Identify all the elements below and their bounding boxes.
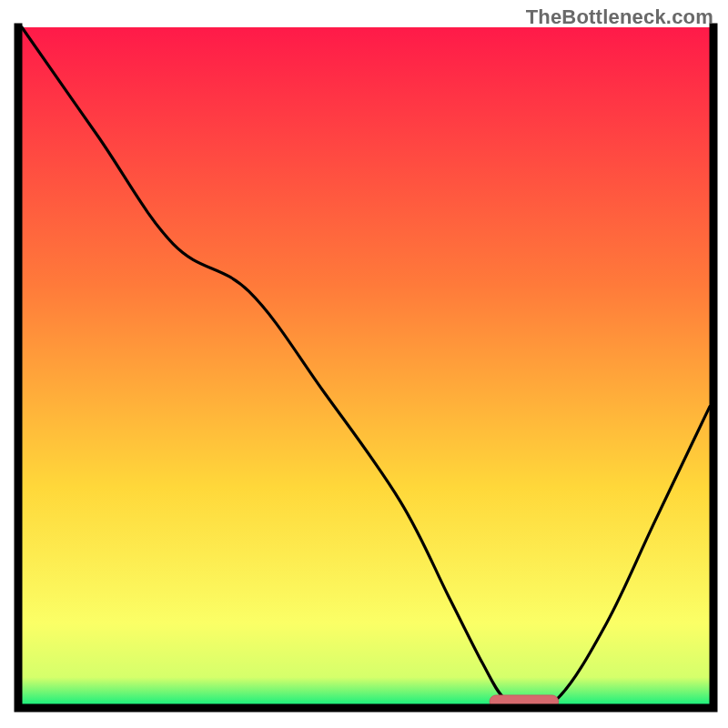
plot-background (22, 27, 710, 704)
chart-container: TheBottleneck.com (0, 0, 728, 728)
watermark-text: TheBottleneck.com (526, 5, 713, 29)
bottleneck-chart-svg (0, 0, 728, 728)
